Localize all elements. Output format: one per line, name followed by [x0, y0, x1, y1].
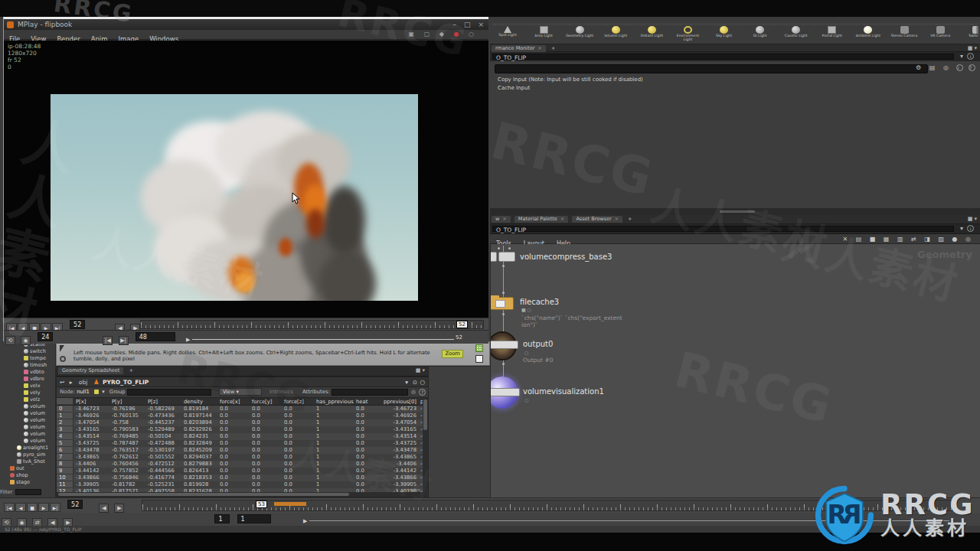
col-header[interactable]: force[y]: [250, 398, 282, 405]
param-path-input[interactable]: O_TO_FLIP: [492, 54, 954, 60]
node-volumeviz-body[interactable]: [490, 388, 520, 396]
tree-item[interactable]: volum: [0, 431, 55, 438]
transport-button[interactable]: ◀: [15, 503, 26, 512]
mplay-viewport[interactable]: ip-08:28:481280x720fr 520: [4, 41, 488, 318]
cursor-tool-icon[interactable]: [60, 345, 64, 352]
main-playhead[interactable]: 53: [256, 500, 267, 508]
tree-item[interactable]: vdbto: [0, 369, 55, 376]
mplay-playhead[interactable]: 52: [456, 321, 468, 328]
table-row[interactable]: 11 -3.39905 -0.81782 -0.525231 0.819928 …: [57, 481, 428, 488]
range-end-icon[interactable]: ▶|: [119, 336, 129, 345]
network-editor[interactable]: Geometry volumecompress_base3 filecache3…: [490, 244, 980, 497]
table-row[interactable]: 6 -3.43478 -0.763517 -0.530197 0.8245209…: [57, 447, 428, 454]
node-connector[interactable]: [502, 363, 505, 365]
tree-item[interactable]: tvA_Shot: [0, 458, 55, 465]
tree-item[interactable]: shop: [0, 472, 55, 479]
table-row[interactable]: 5 -3.43725 -0.787487 -0.472488 0.8232849…: [57, 440, 428, 447]
mplay-toolbar-icons[interactable]: ▣ ▢ ◆ ● ○: [409, 31, 478, 37]
help-icon[interactable]: ?: [969, 64, 975, 71]
tree-item[interactable]: switch: [0, 348, 55, 355]
tab-material-palette[interactable]: Material Palette×: [514, 216, 568, 223]
loop-icon[interactable]: ⟲: [5, 336, 15, 345]
node-output-label[interactable]: output0: [523, 340, 553, 348]
pin-icon[interactable]: ⊙: [413, 377, 417, 387]
node-filecache-body[interactable]: [490, 297, 514, 310]
minimize-button[interactable]: –: [452, 19, 456, 30]
slider-handle[interactable]: ▶: [186, 337, 190, 343]
path-obj-label[interactable]: obj: [79, 379, 87, 386]
close-icon[interactable]: ×: [615, 216, 619, 222]
table-row[interactable]: 4 -3.43514 -0.769485 -0.50104 0.824231 0…: [57, 433, 428, 440]
transport-button[interactable]: ■: [27, 503, 38, 512]
tree-item[interactable]: volum: [0, 403, 55, 410]
tree-item[interactable]: velz: [0, 396, 55, 403]
pane-menu-icon[interactable]: ■ ▾: [416, 367, 425, 374]
view-dropdown[interactable]: View ▾: [219, 388, 262, 396]
tree-item[interactable]: volum: [0, 424, 55, 431]
col-header[interactable]: P[y]: [109, 398, 145, 405]
col-header[interactable]: pprevious[0]: [380, 398, 418, 405]
network-toolbar-icons[interactable]: ✕ ▤ ■ ▦ ▥ ⇄ ◨ ▨ ● ◎: [842, 234, 974, 244]
node-flags[interactable]: ○: [524, 350, 528, 355]
close-icon[interactable]: ×: [560, 216, 564, 222]
shelf-tool[interactable]: Sky Light: [708, 25, 740, 44]
tree-item[interactable]: tempe: [0, 355, 55, 362]
node-connector[interactable]: [502, 313, 505, 315]
range-start-field[interactable]: 1: [214, 514, 230, 523]
param-toolbar-icons[interactable]: ⚙ ▤ ◎ i ?: [916, 64, 975, 71]
template-flag-icon[interactable]: [94, 390, 99, 394]
shelf-tool[interactable]: Geometry Light: [564, 25, 596, 44]
tree-item[interactable]: vely: [0, 390, 55, 396]
table-row[interactable]: 9 -3.44142 -0.757852 -0.444566 0.826413 …: [57, 468, 428, 474]
col-header[interactable]: heat: [354, 398, 380, 405]
chevron-down-icon[interactable]: ▾: [102, 389, 104, 395]
shelf-tool[interactable]: GI Light: [744, 25, 776, 44]
transport-button[interactable]: ▶|: [50, 503, 60, 512]
vertical-scrollbar[interactable]: [423, 398, 428, 495]
up-icon[interactable]: ▸: [70, 379, 73, 386]
tree-item[interactable]: volum: [0, 417, 55, 424]
tree-item[interactable]: out: [0, 465, 55, 472]
chevron-down-icon[interactable]: ▾: [405, 377, 408, 387]
table-row[interactable]: 2 -3.47054 -0.758 -0.445237 0.8203894 0.…: [57, 419, 428, 426]
tab-performance-monitor[interactable]: rmance Monitor×: [492, 45, 546, 52]
tree-item[interactable]: volum: [0, 438, 55, 445]
close-icon[interactable]: ×: [537, 45, 541, 51]
param-node-header[interactable]: [495, 64, 928, 73]
node-volumecompress-label[interactable]: volumecompress_base3: [520, 253, 612, 261]
table-row[interactable]: 8 -3.4406 -0.760456 -0.472512 0.8279883 …: [57, 461, 428, 468]
info-icon[interactable]: i: [956, 64, 963, 71]
table-row[interactable]: 1 -3.46926 -0.760135 -0.473436 0.8197144…: [57, 412, 428, 419]
node-output-body[interactable]: [490, 341, 518, 349]
shelf-tool[interactable]: Volume Light: [599, 25, 632, 44]
node-filecache-label[interactable]: filecache3: [520, 298, 559, 306]
horizontal-scrollbar[interactable]: [57, 492, 428, 497]
col-header[interactable]: P[x]: [74, 398, 109, 405]
shelf-tool[interactable]: Environment Light: [671, 25, 704, 44]
col-header[interactable]: has_pprevious: [314, 398, 354, 405]
mplay-titlebar[interactable]: MPlay - flipbook – □ ×: [4, 19, 488, 30]
shelf-tool[interactable]: Switcher: [960, 25, 978, 44]
path-node-label[interactable]: PYRO_TO_FLIP: [103, 379, 149, 386]
chevron-down-icon[interactable]: ▾: [960, 53, 963, 60]
back-icon[interactable]: ↩: [60, 379, 64, 386]
transport-button[interactable]: ▶: [38, 503, 49, 512]
mplay-timeline-ruler[interactable]: 52: [140, 320, 484, 329]
node-volumeviz-label[interactable]: volumevisualization1: [523, 387, 604, 396]
realtime-icon[interactable]: ◉: [21, 336, 31, 345]
tree-item[interactable]: timesh: [0, 362, 55, 369]
close-button[interactable]: ×: [478, 19, 484, 30]
shelf-tool[interactable]: Stereo Camera: [888, 25, 920, 44]
splitter-handle[interactable]: [720, 210, 755, 213]
frame-field[interactable]: 52: [67, 500, 83, 509]
range-slider-track[interactable]: [192, 339, 454, 340]
pane-menu-icon[interactable]: ■ ▾: [968, 45, 977, 52]
col-header[interactable]: P[z]: [145, 398, 181, 405]
close-icon[interactable]: ×: [502, 216, 506, 222]
tab-asset-browser[interactable]: Asset Browser×: [572, 216, 622, 223]
mplay-range-start-field[interactable]: 48: [136, 332, 175, 341]
new-tab-button[interactable]: +: [625, 216, 635, 223]
tumble-tool-icon[interactable]: [60, 356, 66, 362]
chevron-down-icon[interactable]: ▾: [960, 225, 963, 232]
intrinsics-label[interactable]: Intrinsics: [270, 389, 293, 395]
